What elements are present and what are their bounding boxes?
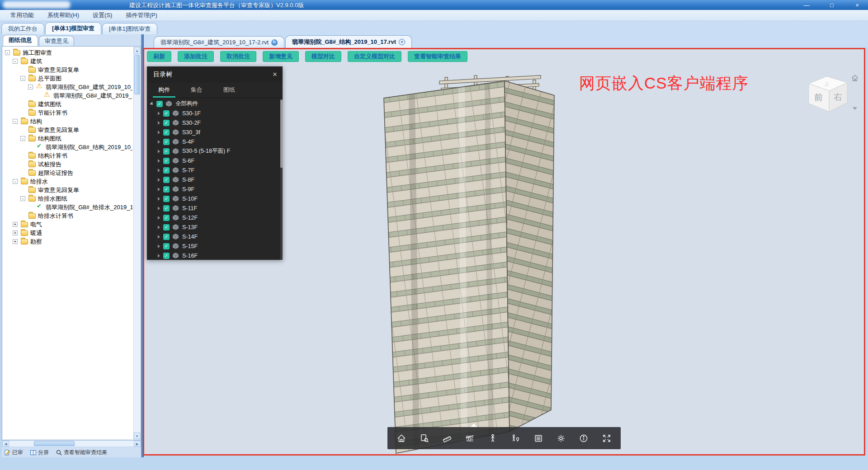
component-row[interactable]: S-4F bbox=[147, 137, 280, 146]
split-screen-toggle[interactable]: 分屏 bbox=[30, 449, 49, 456]
expand-arrow-icon[interactable] bbox=[158, 226, 160, 229]
checkbox-checked[interactable] bbox=[163, 110, 170, 117]
info-icon[interactable] bbox=[575, 429, 593, 447]
scrollbar-thumb[interactable] bbox=[34, 441, 75, 446]
document-tab[interactable]: 翡翠湖别院_G8#_建筑_2019_10_17-2.rvt ↻ bbox=[154, 36, 284, 48]
catalog-tab[interactable]: 构件 bbox=[148, 83, 180, 98]
component-row[interactable]: S-8F bbox=[147, 175, 280, 184]
tree-expander-icon[interactable] bbox=[20, 196, 25, 201]
collapse-arrow-icon[interactable] bbox=[150, 102, 154, 106]
sidebar-tab[interactable]: 审查意见 bbox=[39, 36, 74, 46]
workspace-tab[interactable]: [单体1]图纸审查 bbox=[102, 23, 157, 34]
checkbox-checked[interactable] bbox=[163, 234, 170, 240]
tree-item[interactable]: 总平面图 bbox=[2, 74, 132, 83]
catalog-scrollbar[interactable] bbox=[280, 99, 283, 260]
checkbox-checked[interactable] bbox=[163, 215, 170, 221]
scroll-up-icon[interactable]: ▲ bbox=[134, 47, 140, 54]
expand-arrow-icon[interactable] bbox=[158, 121, 160, 125]
catalog-tab[interactable]: 图纸 bbox=[213, 83, 245, 98]
scrollbar-thumb[interactable] bbox=[280, 100, 283, 168]
component-root-row[interactable]: 全部构件 bbox=[147, 99, 280, 108]
checkbox-checked[interactable] bbox=[156, 101, 163, 107]
viewer-toolbar-button[interactable]: 添加批注 bbox=[178, 51, 214, 62]
tree-expander-icon[interactable] bbox=[5, 50, 10, 55]
checkbox-checked[interactable] bbox=[163, 205, 170, 212]
expand-arrow-icon[interactable] bbox=[158, 235, 160, 239]
tree-item[interactable]: 结构 bbox=[2, 117, 132, 126]
viewer-toolbar-button[interactable]: 新增意见 bbox=[263, 51, 299, 62]
expand-arrow-icon[interactable] bbox=[158, 207, 160, 210]
expand-arrow-icon[interactable] bbox=[158, 131, 160, 134]
document-tab-refresh-icon[interactable]: ↻ bbox=[271, 39, 278, 46]
checkbox-checked[interactable] bbox=[163, 186, 170, 193]
tree-item[interactable]: 给排水图纸 bbox=[2, 194, 132, 203]
measure-icon[interactable] bbox=[438, 429, 456, 447]
tree-item[interactable]: 建筑 bbox=[2, 57, 132, 66]
reviewed-status[interactable]: 已审 bbox=[5, 449, 23, 456]
chevron-down-icon[interactable] bbox=[853, 107, 857, 110]
minimize-button[interactable]: — bbox=[800, 2, 813, 9]
box-select-icon[interactable] bbox=[415, 429, 434, 447]
close-icon[interactable]: × bbox=[273, 70, 277, 79]
checkbox-checked[interactable] bbox=[163, 253, 170, 259]
checkbox-checked[interactable] bbox=[163, 224, 170, 230]
expand-arrow-icon[interactable] bbox=[158, 244, 160, 248]
expand-arrow-icon[interactable] bbox=[158, 159, 160, 163]
tree-item[interactable]: 勘察 bbox=[2, 237, 132, 246]
checkbox-checked[interactable] bbox=[163, 167, 170, 174]
component-row[interactable]: S-9F bbox=[147, 184, 280, 194]
component-row[interactable]: S-7F bbox=[147, 165, 280, 175]
tree-item[interactable]: 审查意见回复单 bbox=[2, 66, 132, 74]
tree-item[interactable]: 审查意见回复单 bbox=[2, 126, 132, 134]
menu-item[interactable]: 常用功能 bbox=[4, 10, 41, 21]
sidebar-tab[interactable]: 图纸信息 bbox=[3, 35, 38, 46]
tree-item[interactable]: 结构计算书 bbox=[2, 151, 132, 160]
tree-item[interactable]: 建筑图纸 bbox=[2, 100, 132, 108]
tree-expander-icon[interactable] bbox=[13, 59, 18, 64]
component-row[interactable]: S30-1F bbox=[147, 108, 280, 118]
cube-right-label[interactable]: 右 bbox=[834, 92, 842, 102]
menu-item[interactable]: 设置(S) bbox=[86, 10, 119, 21]
tree-expander-icon[interactable] bbox=[13, 179, 18, 184]
sidebar-horizontal-scrollbar[interactable]: ◀ ▶ bbox=[2, 440, 141, 447]
workspace-tab[interactable]: 我的工作台 bbox=[1, 23, 44, 34]
tree-item[interactable]: 施工图审查 bbox=[2, 48, 132, 57]
tree-expander-icon[interactable] bbox=[13, 119, 18, 124]
expand-arrow-icon[interactable] bbox=[158, 197, 160, 201]
component-row[interactable]: S-12F bbox=[147, 213, 280, 222]
tree-item[interactable]: 翡翠湖别院_G8#_建筑_2019_10_1 bbox=[2, 91, 132, 100]
component-row[interactable]: S-14F bbox=[147, 232, 280, 241]
checkbox-checked[interactable] bbox=[163, 120, 170, 126]
component-row[interactable]: S30_3f bbox=[147, 127, 280, 137]
menu-item[interactable]: 系统帮助(H) bbox=[41, 10, 86, 21]
component-row[interactable]: S-16F bbox=[147, 251, 280, 260]
component-list-icon[interactable] bbox=[529, 429, 547, 447]
expand-arrow-icon[interactable] bbox=[158, 188, 160, 191]
tree-item[interactable]: 电气 bbox=[2, 220, 132, 229]
viewer-toolbar-button[interactable]: 取消批注 bbox=[220, 51, 256, 62]
tree-expander-icon[interactable] bbox=[13, 239, 18, 244]
settings-gear-icon[interactable] bbox=[552, 429, 570, 447]
workspace-tab[interactable]: [单体1]模型审查 bbox=[45, 22, 101, 34]
component-row[interactable]: S-11F bbox=[147, 203, 280, 213]
tree-item[interactable]: 翡翠湖别院_G8#_建筑_2019_10_17.r bbox=[2, 83, 132, 91]
document-tab-close-icon[interactable]: ✕ bbox=[399, 39, 405, 45]
home-view-icon[interactable] bbox=[851, 75, 859, 81]
expand-arrow-icon[interactable] bbox=[158, 112, 160, 115]
document-tab-active[interactable]: 翡翠湖别院_G8#_结构_2019_10_17.rvt ✕ bbox=[285, 35, 412, 48]
tree-item[interactable]: 超限论证报告 bbox=[2, 169, 132, 177]
checkbox-checked[interactable] bbox=[163, 243, 170, 249]
catalog-tab[interactable]: 集合 bbox=[180, 83, 213, 98]
viewer-toolbar-button[interactable]: 模型对比 bbox=[305, 51, 341, 62]
expand-arrow-icon[interactable] bbox=[158, 254, 160, 258]
viewer-toolbar-button[interactable]: 刷新 bbox=[147, 51, 171, 62]
tree-expander-icon[interactable] bbox=[20, 136, 25, 141]
scrollbar-thumb[interactable] bbox=[134, 55, 140, 94]
tree-item[interactable]: 暖通 bbox=[2, 229, 132, 237]
viewer-toolbar-button[interactable]: 查看智能审查结果 bbox=[408, 51, 467, 62]
home-icon[interactable] bbox=[392, 429, 410, 447]
checkbox-checked[interactable] bbox=[163, 158, 170, 164]
tree-item[interactable]: 审查意见回复单 bbox=[2, 186, 132, 194]
tree-expander-icon[interactable] bbox=[13, 222, 18, 227]
component-row[interactable]: S-6F bbox=[147, 156, 280, 165]
